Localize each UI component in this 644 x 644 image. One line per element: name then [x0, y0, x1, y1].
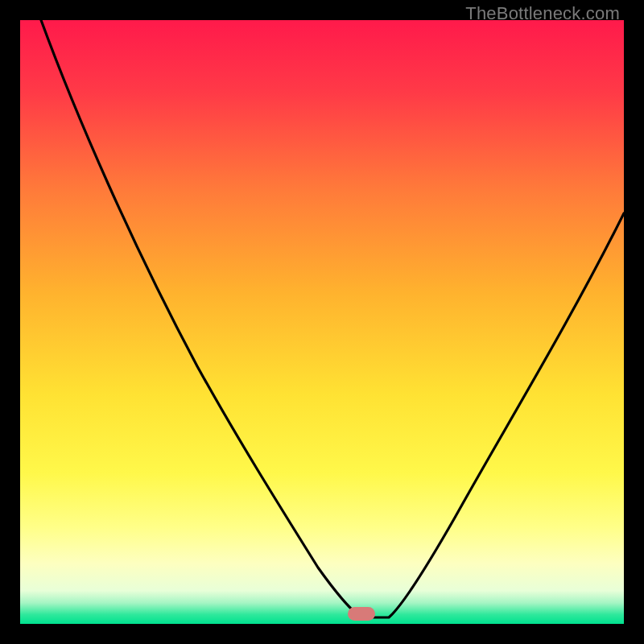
- chart-frame: TheBottleneck.com: [0, 0, 644, 644]
- bottleneck-curve: [20, 20, 624, 624]
- watermark-text: TheBottleneck.com: [465, 3, 620, 24]
- optimum-marker: [348, 607, 375, 621]
- plot-area: [20, 20, 624, 624]
